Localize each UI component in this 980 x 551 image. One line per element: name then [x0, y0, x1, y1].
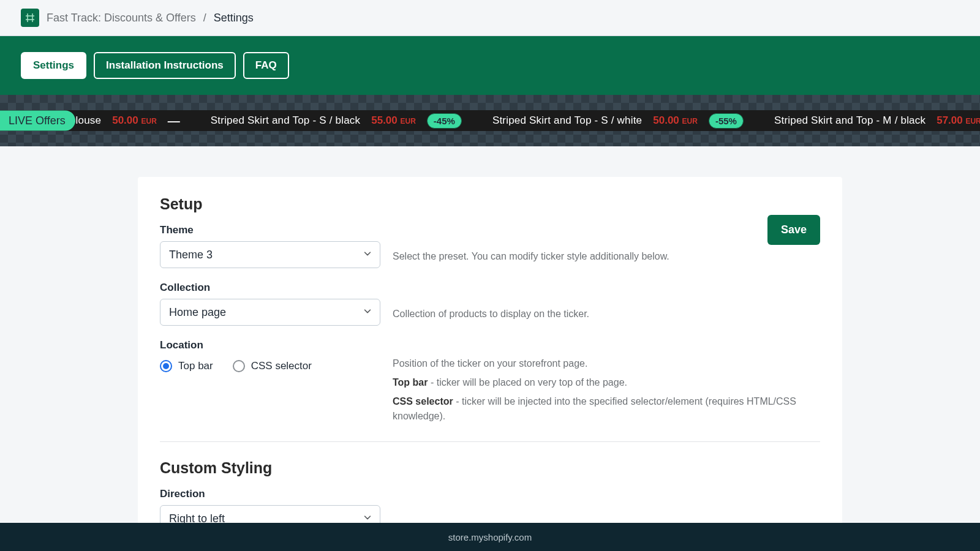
location-radio-css-selector-label: CSS selector — [251, 360, 312, 372]
custom-styling-heading: Custom Styling — [160, 459, 820, 477]
tab-settings[interactable]: Settings — [21, 52, 86, 79]
location-radios: Top bar CSS selector — [160, 356, 380, 372]
ticker-item-change: -55% — [709, 113, 744, 129]
footer-store-url: store.myshopify.com — [0, 523, 980, 551]
ticker-row: Blouse 50.00 EUR — Striped Skirt and Top… — [69, 113, 980, 129]
location-radio-top-bar-label: Top bar — [178, 360, 213, 372]
breadcrumb-current: Settings — [214, 12, 254, 24]
tab-faq[interactable]: FAQ — [243, 52, 289, 79]
app-logo — [21, 9, 39, 27]
breadcrumb: Fast Track: Discounts & Offers / Setting… — [0, 0, 980, 36]
collection-label: Collection — [160, 282, 820, 294]
collection-help: Collection of products to display on the… — [393, 299, 820, 321]
live-offers-badge: LIVE Offers — [0, 111, 75, 131]
collection-select[interactable]: Home page — [160, 299, 380, 326]
theme-label: Theme — [160, 224, 820, 236]
collection-select-wrap: Home page — [160, 299, 380, 326]
setup-heading: Setup — [160, 195, 820, 213]
ticker-item-price: 50.00 EUR — [653, 114, 698, 127]
divider — [160, 441, 820, 442]
ticker-logo-icon — [25, 13, 35, 23]
ticker-item-change: — — [168, 114, 180, 128]
theme-help: Select the preset. You can modify ticker… — [393, 241, 820, 263]
breadcrumb-app-name[interactable]: Fast Track: Discounts & Offers — [47, 12, 196, 24]
direction-label: Direction — [160, 488, 820, 500]
radio-icon — [233, 360, 245, 372]
ticker-item-price: 55.00 EUR — [371, 114, 416, 127]
save-button[interactable]: Save — [767, 215, 820, 245]
theme-select-wrap: Theme 3 — [160, 241, 380, 268]
ticker-item-name: Striped Skirt and Top - S / black — [211, 114, 360, 127]
settings-card: Save Setup Theme Theme 3 Select the pres… — [138, 177, 842, 551]
ticker-item-name: Striped Skirt and Top - S / white — [492, 114, 642, 127]
ticker-item-change: -45% — [427, 113, 462, 129]
tab-installation-instructions[interactable]: Installation Instructions — [94, 52, 236, 79]
breadcrumb-separator: / — [203, 12, 206, 24]
tabbar: Settings Installation Instructions FAQ — [0, 36, 980, 95]
ticker-bar: Blouse 50.00 EUR — Striped Skirt and Top… — [0, 110, 980, 131]
location-radio-css-selector[interactable]: CSS selector — [233, 360, 312, 372]
location-label: Location — [160, 339, 820, 351]
ticker-preview: LIVE Offers Blouse 50.00 EUR — Striped S… — [0, 95, 980, 146]
location-help: Position of the ticker on your storefron… — [393, 356, 820, 428]
ticker-item-name: Striped Skirt and Top - M / black — [774, 114, 925, 127]
ticker-item-price: 57.00 EUR — [937, 114, 980, 127]
ticker-item-price: 50.00 EUR — [112, 114, 157, 127]
radio-icon — [160, 360, 172, 372]
theme-select[interactable]: Theme 3 — [160, 241, 380, 268]
location-radio-top-bar[interactable]: Top bar — [160, 360, 213, 372]
